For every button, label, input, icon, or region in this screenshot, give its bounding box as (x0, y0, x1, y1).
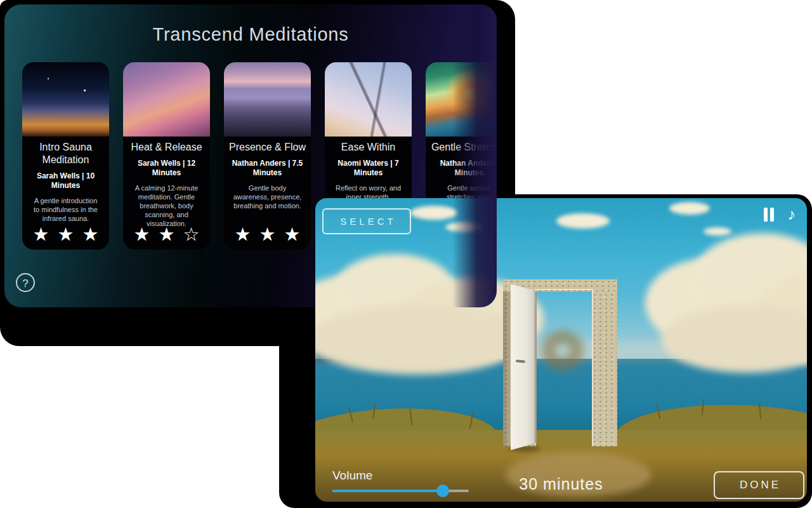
card-description: A calming 12-minute meditation. Gentle b… (131, 184, 202, 228)
volume-slider-thumb[interactable] (436, 485, 449, 497)
star-outline-icon: ☆ (183, 225, 200, 244)
card-author-duration: Naomi Waters | 7 Minutes (331, 159, 405, 178)
card-title: Heat & Release (127, 141, 206, 154)
star-filled-icon: ★ (235, 225, 251, 244)
star-filled-icon: ★ (82, 225, 99, 244)
card-author-duration: Sarah Wells | 10 Minutes (29, 171, 103, 190)
open-door (511, 284, 537, 450)
ocean-wave-sunset-image (426, 62, 497, 137)
help-button[interactable]: ? (16, 273, 35, 292)
star-filled-icon: ★ (33, 225, 49, 244)
card-rating: ★★☆ (123, 225, 210, 244)
card-title: Ease Within (329, 141, 408, 154)
question-mark-icon: ? (22, 277, 28, 290)
card-description: A gentle introduction to mindfulness in … (30, 196, 101, 223)
star-filled-icon: ★ (259, 225, 276, 244)
star-filled-icon: ★ (159, 225, 175, 244)
meditation-card[interactable]: Presence & FlowNathan Anders | 7.5 Minut… (224, 62, 311, 250)
screen: Transcend Meditations Intro Sauna Medita… (0, 0, 812, 508)
meditation-card[interactable]: Intro Sauna MeditationSarah Wells | 10 M… (22, 62, 109, 250)
door-frame-trim (535, 289, 593, 446)
cloud (669, 202, 710, 215)
cloud (315, 305, 525, 375)
star-filled-icon: ★ (58, 225, 74, 244)
cloud (445, 222, 483, 232)
night-sky-horizon-image (22, 62, 109, 137)
volume-slider-fill (332, 490, 443, 492)
volume-slider[interactable] (332, 486, 469, 495)
session-length-label: 30 minutes (519, 475, 603, 493)
dusk-lake-shore-image (224, 62, 311, 137)
card-title: Intro Sauna Meditation (26, 141, 105, 166)
card-author-duration: Sarah Wells | 12 Minutes (129, 159, 204, 178)
music-note-icon[interactable]: ♪ (788, 206, 796, 222)
card-description: Gentle body awareness, presence, breathi… (232, 184, 303, 210)
select-button[interactable]: SELECT (322, 208, 411, 234)
star-filled-icon: ★ (284, 225, 301, 244)
player-panel: SELECT ♪ Volume 30 minutes DONE (315, 198, 807, 502)
card-author-duration: Nathan Anders | 7.5 Minutes (230, 159, 304, 178)
card-rating: ★★★ (224, 225, 311, 244)
card-title: Gentle Stretches (429, 141, 497, 154)
card-rating: ★★★ (22, 225, 109, 244)
door-frame-right (592, 279, 617, 446)
sunset-clouds-image (123, 62, 210, 137)
cloud (410, 206, 457, 220)
meditation-card[interactable]: Heat & ReleaseSarah Wells | 12 MinutesA … (123, 62, 210, 250)
star-filled-icon: ★ (134, 225, 150, 244)
cloud (556, 213, 610, 229)
volume-label: Volume (332, 469, 372, 483)
card-author-duration: Nathan Anders | Minutes (432, 159, 497, 178)
player-top-icons: ♪ (764, 206, 796, 222)
cloud (704, 227, 731, 236)
card-title: Presence & Flow (228, 141, 307, 154)
pause-icon[interactable] (764, 208, 774, 222)
done-button[interactable]: DONE (714, 471, 804, 499)
page-title: Transcend Meditations (4, 24, 497, 45)
dandelion-image (325, 62, 412, 137)
